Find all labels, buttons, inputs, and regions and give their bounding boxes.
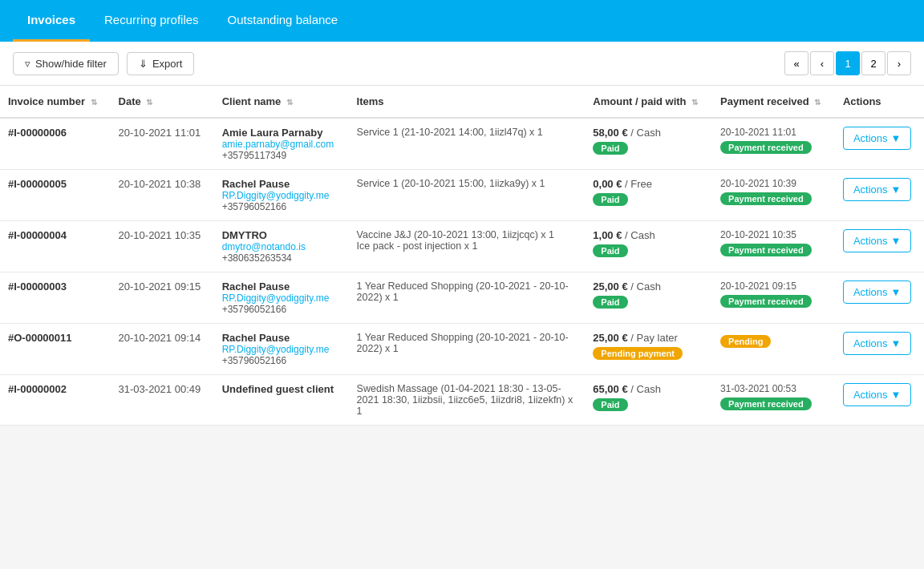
client-name: Rachel Pause bbox=[222, 178, 341, 190]
export-button[interactable]: ⇓ Export bbox=[127, 52, 195, 75]
invoice-amount: 0,00 € / Free Paid bbox=[585, 170, 712, 221]
invoice-date: 20-10-2021 11:01 bbox=[119, 127, 201, 139]
actions-button[interactable]: Actions ▼ bbox=[843, 178, 912, 201]
amount-method: / Cash bbox=[630, 383, 661, 395]
actions-cell: Actions ▼ bbox=[835, 221, 924, 272]
client-phone: +35796052166 bbox=[222, 304, 341, 315]
pagination-first[interactable]: « bbox=[784, 51, 808, 75]
invoice-items: 1 Year Reduced Shopping (20-10-2021 - 20… bbox=[349, 324, 586, 375]
pagination-next[interactable]: › bbox=[887, 51, 911, 75]
client-name: Rachel Pause bbox=[222, 332, 341, 344]
payment-status-badge: Paid bbox=[593, 142, 627, 155]
table-row: #I-0000000320-10-2021 09:15Rachel PauseR… bbox=[0, 272, 924, 324]
invoice-items: Service 1 (21-10-2021 14:00, 1iizl47q) x… bbox=[349, 118, 586, 170]
export-icon: ⇓ bbox=[139, 58, 148, 70]
invoice-number: #I-00000006 bbox=[8, 127, 67, 139]
invoice-items: Swedish Massage (01-04-2021 18:30 - 13-0… bbox=[349, 375, 586, 426]
invoice-amount: 25,00 € / Cash Paid bbox=[585, 272, 712, 324]
col-invoice-number[interactable]: Invoice number ⇅ bbox=[0, 86, 111, 118]
amount-value: 58,00 € bbox=[593, 127, 627, 139]
payment-received-badge: Payment received bbox=[720, 244, 812, 256]
table-row: #I-0000000420-10-2021 10:35DMYTROdmytro@… bbox=[0, 221, 924, 272]
col-client-name[interactable]: Client name ⇅ bbox=[214, 86, 349, 118]
client-email: RP.Diggity@yodiggity.me bbox=[222, 344, 341, 355]
payment-received-badge: Payment received bbox=[720, 192, 812, 205]
show-hide-filter-button[interactable]: ▿ Show/hide filter bbox=[13, 52, 119, 75]
amount-method: / Free bbox=[625, 178, 652, 190]
sort-invoice-number-icon: ⇅ bbox=[91, 98, 97, 107]
payment-status-badge: Pending payment bbox=[593, 347, 683, 360]
tab-invoices[interactable]: Invoices bbox=[13, 0, 90, 42]
actions-button[interactable]: Actions ▼ bbox=[843, 127, 912, 150]
invoice-number: #I-00000003 bbox=[8, 280, 67, 293]
actions-button[interactable]: Actions ▼ bbox=[843, 383, 912, 406]
col-amount[interactable]: Amount / paid with ⇅ bbox=[585, 86, 712, 118]
actions-chevron-icon: ▼ bbox=[891, 235, 902, 247]
export-button-label: Export bbox=[152, 58, 183, 70]
amount-method: / Pay later bbox=[630, 332, 678, 344]
col-payment-received[interactable]: Payment received ⇅ bbox=[712, 86, 835, 118]
pagination-page-2[interactable]: 2 bbox=[861, 51, 886, 75]
pagination-page-1[interactable]: 1 bbox=[836, 51, 860, 75]
invoice-date: 20-10-2021 09:15 bbox=[119, 280, 201, 293]
sort-payment-icon: ⇅ bbox=[814, 98, 821, 107]
client-name: Amie Laura Parnaby bbox=[222, 127, 341, 139]
payment-status-badge: Paid bbox=[593, 398, 627, 411]
client-email: RP.Diggity@yodiggity.me bbox=[222, 293, 341, 304]
payment-received-badge: Payment received bbox=[720, 295, 812, 308]
actions-button[interactable]: Actions ▼ bbox=[843, 332, 912, 355]
invoice-items: Vaccine J&J (20-10-2021 13:00, 1iizjcqc)… bbox=[349, 221, 586, 272]
client-phone: +35796052166 bbox=[222, 201, 341, 212]
col-items: Items bbox=[349, 86, 586, 118]
payment-received-date: 20-10-2021 10:35 bbox=[720, 229, 827, 240]
invoice-number: #O-00000011 bbox=[8, 332, 72, 344]
actions-cell: Actions ▼ bbox=[835, 272, 924, 324]
invoice-amount: 1,00 € / Cash Paid bbox=[585, 221, 712, 272]
invoice-number: #I-00000004 bbox=[8, 229, 67, 241]
client-email: amie.parnaby@gmail.com bbox=[222, 139, 341, 150]
tab-recurring-profiles[interactable]: Recurring profiles bbox=[90, 0, 213, 42]
table-header-row: Invoice number ⇅ Date ⇅ Client name ⇅ It… bbox=[0, 86, 924, 118]
payment-received-cell: 20-10-2021 09:15 Payment received bbox=[712, 272, 835, 324]
invoice-amount: 65,00 € / Cash Paid bbox=[585, 375, 712, 426]
payment-received-badge: Pending bbox=[720, 335, 771, 348]
table-row: #I-0000000231-03-2021 00:49Undefined gue… bbox=[0, 375, 924, 426]
payment-received-badge: Payment received bbox=[720, 141, 812, 154]
tab-outstanding-balance[interactable]: Outstanding balance bbox=[213, 0, 353, 42]
payment-received-cell: 20-10-2021 10:35 Payment received bbox=[712, 221, 835, 272]
payment-status-badge: Paid bbox=[593, 193, 627, 206]
invoice-date: 20-10-2021 09:14 bbox=[119, 332, 201, 344]
client-name: Undefined guest client bbox=[222, 383, 341, 395]
filter-icon: ▿ bbox=[25, 58, 30, 70]
payment-received-date: 20-10-2021 11:01 bbox=[720, 127, 827, 138]
payment-status-badge: Paid bbox=[593, 296, 627, 309]
invoice-amount: 25,00 € / Pay later Pending payment bbox=[585, 324, 712, 375]
client-name: DMYTRO bbox=[222, 229, 341, 241]
actions-button[interactable]: Actions ▼ bbox=[843, 229, 912, 252]
pagination: « ‹ 1 2 › bbox=[784, 51, 911, 75]
payment-received-cell: Pending bbox=[712, 324, 835, 375]
invoices-table: Invoice number ⇅ Date ⇅ Client name ⇅ It… bbox=[0, 86, 924, 426]
actions-chevron-icon: ▼ bbox=[891, 184, 902, 196]
client-email: dmytro@notando.is bbox=[222, 241, 341, 252]
client-name: Rachel Pause bbox=[222, 280, 341, 293]
pagination-prev[interactable]: ‹ bbox=[810, 51, 834, 75]
payment-received-cell: 31-03-2021 00:53 Payment received bbox=[712, 375, 835, 426]
actions-button[interactable]: Actions ▼ bbox=[843, 280, 912, 304]
invoice-date: 31-03-2021 00:49 bbox=[119, 383, 201, 395]
client-phone: +35796052166 bbox=[222, 355, 341, 366]
col-actions: Actions bbox=[835, 86, 924, 118]
actions-chevron-icon: ▼ bbox=[891, 389, 902, 401]
invoice-number: #I-00000002 bbox=[8, 383, 67, 395]
amount-value: 0,00 € bbox=[593, 178, 622, 190]
amount-method: / Cash bbox=[630, 280, 661, 293]
toolbar: ▿ Show/hide filter ⇓ Export « ‹ 1 2 › bbox=[0, 42, 924, 86]
col-date[interactable]: Date ⇅ bbox=[111, 86, 214, 118]
client-email: RP.Diggity@yodiggity.me bbox=[222, 190, 341, 201]
amount-method: / Cash bbox=[630, 127, 661, 139]
payment-received-cell: 20-10-2021 10:39 Payment received bbox=[712, 170, 835, 221]
actions-chevron-icon: ▼ bbox=[891, 286, 902, 298]
payment-received-badge: Payment received bbox=[720, 397, 812, 410]
payment-received-cell: 20-10-2021 11:01 Payment received bbox=[712, 118, 835, 170]
payment-received-date: 20-10-2021 10:39 bbox=[720, 178, 827, 189]
